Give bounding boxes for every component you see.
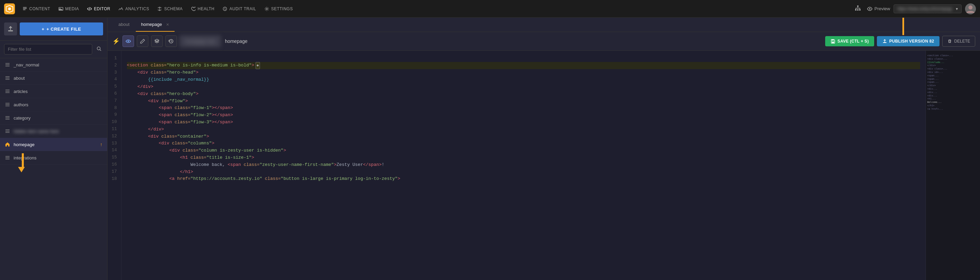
history-btn[interactable] xyxy=(165,35,177,47)
nav-analytics[interactable]: ANALYTICS xyxy=(115,5,153,13)
svg-rect-16 xyxy=(832,42,834,43)
code-line-17: </h1> xyxy=(127,169,920,176)
code-line-18: <a href="https://accounts.zesty.io" clas… xyxy=(127,175,920,182)
svg-rect-7 xyxy=(855,9,856,11)
nav-health[interactable]: HEALTH xyxy=(188,5,218,13)
code-line-16: Welcome back, <span class="zesty-user-na… xyxy=(127,162,920,169)
user-avatar[interactable] xyxy=(965,3,976,14)
nav-sitemap-btn[interactable] xyxy=(852,4,864,14)
nav-right: Preview https://www.zesty.io/homepage ▾ xyxy=(852,3,976,14)
code-line-3: <div class="hero-head" > xyxy=(127,69,920,76)
line-numbers: 1 2 3 4 5 6 7 8 9 10 11 12 13 14 15 16 1… xyxy=(108,51,121,280)
up-arrow-icon: ↑ xyxy=(100,142,102,147)
tab-about[interactable]: about xyxy=(113,18,135,32)
svg-rect-12 xyxy=(8,30,13,31)
nav-editor[interactable]: EDITOR xyxy=(84,5,114,13)
code-line-12: <div class="container" > xyxy=(127,133,920,140)
svg-point-10 xyxy=(869,8,870,10)
code-content[interactable]: <section class="hero is-info is-medium i… xyxy=(121,51,926,280)
url-dropdown-icon: ▾ xyxy=(956,6,958,11)
code-line-9: <span class="flow-2" ></span> xyxy=(127,112,920,119)
upload-button[interactable] xyxy=(4,22,17,35)
sidebar-item-integrations[interactable]: integrations xyxy=(0,151,107,165)
svg-point-1 xyxy=(8,8,11,10)
search-button[interactable] xyxy=(95,45,103,54)
toolbar-actions: SAVE (CTL + S) PUBLISH VERSION 82 DELETE xyxy=(825,36,975,46)
toolbar-blurred-selector[interactable]: homepage view xyxy=(180,35,221,47)
sidebar-top: + + CREATE FILE xyxy=(0,18,107,40)
sidebar-item-about[interactable]: about xyxy=(0,72,107,85)
code-editor[interactable]: 1 2 3 4 5 6 7 8 9 10 11 12 13 14 15 16 1… xyxy=(108,51,980,280)
code-line-11: </div> xyxy=(127,126,920,133)
toolbar-filename: homepage xyxy=(225,38,247,44)
minimap: <section class=... <div class=... {{incl… xyxy=(926,51,980,280)
editor-toolbar: ⚡ homepage view homepage xyxy=(108,32,980,51)
publish-button[interactable]: PUBLISH VERSION 82 xyxy=(877,36,940,46)
code-line-14: <div class="column is-zesty-user is-hidd… xyxy=(127,147,920,154)
sidebar-item-blurred[interactable]: hidden item name here xyxy=(0,125,107,138)
sidebar-item-homepage[interactable]: homepage ↑ xyxy=(0,138,107,151)
code-line-6: <div class="hero-body" > xyxy=(127,91,920,98)
sidebar-item-articles[interactable]: articles xyxy=(0,85,107,98)
code-line-13: <div class="columns" > xyxy=(127,140,920,147)
nav-media[interactable]: MEDIA xyxy=(55,5,83,13)
svg-point-5 xyxy=(266,8,267,9)
code-line-2: <section class="hero is-info is-medium i… xyxy=(127,62,920,69)
create-file-button[interactable]: + + CREATE FILE xyxy=(20,22,103,35)
preview-btn[interactable] xyxy=(123,35,134,47)
code-line-15: <h1 class="title is-size-1" > xyxy=(127,154,920,162)
tab-bar: about homepage ✕ xyxy=(108,18,980,32)
svg-point-14 xyxy=(127,40,129,42)
sidebar-search xyxy=(0,40,107,58)
save-button[interactable]: SAVE (CTL + S) xyxy=(825,36,874,46)
main-layout: + + CREATE FILE _nav_normal about xyxy=(0,18,980,280)
delete-button[interactable]: DELETE xyxy=(942,36,975,46)
code-line-10: <span class="flow-3" ></span> xyxy=(127,119,920,126)
code-line-5: </div> xyxy=(127,83,920,91)
plus-icon: + xyxy=(41,27,44,32)
sidebar-item-authors[interactable]: authors xyxy=(0,98,107,111)
url-bar[interactable]: https://www.zesty.io/homepage ▾ xyxy=(894,5,962,13)
sidebar-item-category[interactable]: category xyxy=(0,111,107,125)
nav-settings[interactable]: SETTINGS xyxy=(261,5,296,13)
tab-homepage[interactable]: homepage ✕ xyxy=(136,18,175,32)
svg-point-11 xyxy=(969,5,972,10)
svg-rect-6 xyxy=(857,5,859,7)
nav-audit-trail[interactable]: AUDIT TRAIL xyxy=(219,5,259,13)
svg-rect-8 xyxy=(857,9,859,11)
nav-content[interactable]: CONTENT xyxy=(19,5,54,13)
code-line-1 xyxy=(127,55,920,62)
layers-btn[interactable] xyxy=(151,35,163,47)
nav-schema[interactable]: SCHEMA xyxy=(154,5,186,13)
svg-point-13 xyxy=(97,47,100,50)
svg-rect-9 xyxy=(859,9,861,11)
code-line-8: <span class="flow-1" ></span> xyxy=(127,105,920,112)
lightning-icon: ⚡ xyxy=(112,37,120,45)
code-line-7: <div id="flow" > xyxy=(127,98,920,105)
sidebar: + + CREATE FILE _nav_normal about xyxy=(0,18,108,280)
tab-close-icon[interactable]: ✕ xyxy=(166,22,169,27)
editor-area: about homepage ✕ ⚡ homepage view xyxy=(108,18,980,280)
top-nav: CONTENT MEDIA EDITOR ANALYTICS SCHEMA HE… xyxy=(0,0,980,18)
code-line-4: {{include _nav_normal}} xyxy=(127,76,920,83)
edit-btn[interactable] xyxy=(137,35,148,47)
svg-rect-17 xyxy=(832,40,834,40)
logo[interactable] xyxy=(4,3,15,14)
sidebar-list: _nav_normal about articles authors categ… xyxy=(0,58,107,280)
search-input[interactable] xyxy=(4,44,92,54)
sidebar-item-nav-normal[interactable]: _nav_normal xyxy=(0,58,107,72)
preview-btn[interactable]: Preview xyxy=(867,6,890,11)
